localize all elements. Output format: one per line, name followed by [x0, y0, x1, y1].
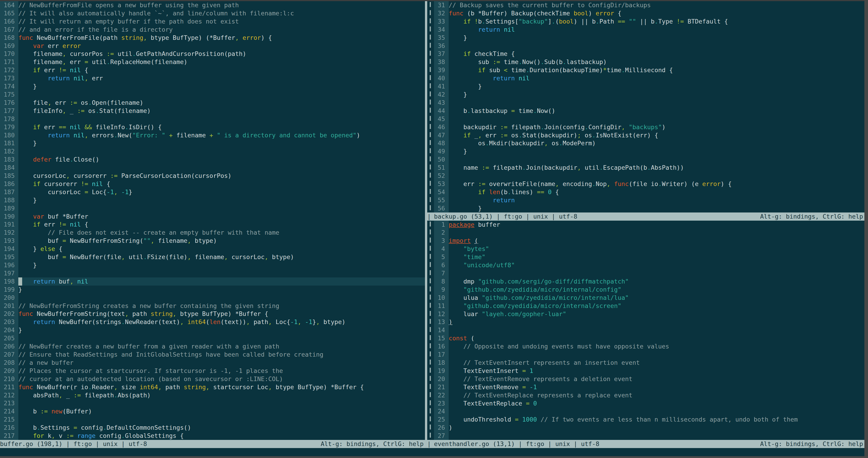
code-line[interactable]: 174 }	[0, 82, 425, 90]
code-line[interactable]: 45	[434, 115, 864, 123]
code-text[interactable]	[449, 155, 864, 164]
code-text[interactable]: }	[449, 90, 864, 99]
code-line[interactable]: 186 if cursorerr != nil {	[0, 180, 425, 188]
code-text[interactable]: }	[18, 326, 425, 334]
code-text[interactable]: buf = NewBuffer(file, util.FSize(file), …	[18, 253, 425, 261]
code-line[interactable]: 206 // NewBuffer creates a new buffer fr…	[0, 342, 425, 350]
code-line[interactable]: 214 b := new(Buffer)	[0, 407, 425, 416]
code-line[interactable]: 46 backupdir := filepath.Join(config.Con…	[434, 123, 864, 131]
code-line[interactable]: 53 err := overwriteFile(name, encoding.N…	[434, 180, 864, 188]
code-text[interactable]	[449, 269, 864, 278]
code-line[interactable]: 7	[434, 269, 864, 278]
code-line[interactable]: 166 // It will return an empty buffer if…	[0, 18, 425, 26]
code-line[interactable]: 42 }	[434, 90, 864, 99]
code-line[interactable]: 196 }	[0, 261, 425, 269]
code-line[interactable]: 204 }	[0, 326, 425, 334]
code-line[interactable]: 43	[434, 99, 864, 107]
code-text[interactable]: )	[449, 318, 864, 326]
editor-pane-eventhandler-go[interactable]: 1 package buffer 2 3 import ( 4 "bytes" …	[434, 221, 864, 440]
code-line[interactable]: 44 b.lastbackup = time.Now()	[434, 107, 864, 115]
code-text[interactable]: cursorLoc, cursorerr := ParseCursorLocat…	[18, 172, 425, 180]
code-line[interactable]: 197	[0, 269, 425, 278]
code-line[interactable]: 18 // TextEventInsert represents an inse…	[434, 359, 864, 367]
code-line[interactable]: 188 }	[0, 196, 425, 204]
code-text[interactable]: return nil	[449, 74, 864, 82]
code-line[interactable]: 189	[0, 204, 425, 212]
code-line[interactable]: 55 return	[434, 196, 864, 204]
code-line[interactable]: 178	[0, 115, 425, 123]
code-line[interactable]: 36	[434, 42, 864, 50]
code-text[interactable]	[18, 164, 425, 172]
code-text[interactable]: sub := time.Now().Sub(b.lastbackup)	[449, 58, 864, 66]
code-text[interactable]: // Places the cursor at startcursor. If …	[18, 367, 425, 375]
code-line[interactable]: 47 if _, err := os.Stat(backupdir); os.I…	[434, 131, 864, 139]
code-line[interactable]: 198 return buf, nil	[0, 278, 425, 286]
code-text[interactable]: }	[18, 196, 425, 204]
code-line[interactable]: 19 TextEventInsert = 1	[434, 367, 864, 375]
code-text[interactable]: func NewBuffer(r io.Reader, size int64, …	[18, 383, 425, 391]
code-line[interactable]: 31 // Backup saves the current buffer to…	[434, 1, 864, 9]
code-text[interactable]: )	[449, 424, 864, 432]
code-text[interactable]: }	[449, 82, 864, 90]
code-text[interactable]: const (	[449, 334, 864, 342]
code-text[interactable]	[18, 204, 425, 212]
code-text[interactable]: return nil, err	[18, 74, 425, 82]
code-text[interactable]: if sub < time.Duration(backupTime)*time.…	[449, 66, 864, 74]
code-line[interactable]: 217 for k, v := range config.GlobalSetti…	[0, 432, 425, 440]
code-line[interactable]: 27	[434, 432, 864, 440]
code-line[interactable]: 3 import (	[434, 237, 864, 245]
code-text[interactable]: filename, cursorPos := util.GetPathAndCu…	[18, 50, 425, 58]
code-text[interactable]: // File does not exist -- create an empt…	[18, 229, 425, 237]
code-line[interactable]: 48 os.Mkdir(backupdir, os.ModePerm)	[434, 139, 864, 147]
code-line[interactable]: 200	[0, 294, 425, 302]
code-line[interactable]: 1 package buffer	[434, 221, 864, 229]
code-line[interactable]: 202 func NewBufferFromString(text, path …	[0, 310, 425, 318]
code-text[interactable]: absPath, _ := filepath.Abs(path)	[18, 391, 425, 399]
code-text[interactable]: // cursor at an autodetected location (b…	[18, 375, 425, 383]
code-line[interactable]: 15 const (	[434, 334, 864, 342]
code-text[interactable]: // TextEventReplace represents a replace…	[449, 391, 864, 399]
code-line[interactable]: 40 return nil	[434, 74, 864, 82]
code-line[interactable]: 50	[434, 155, 864, 164]
code-text[interactable]: dmp "github.com/sergi/go-diff/diffmatchp…	[449, 278, 864, 286]
code-text[interactable]: // a new buffer	[18, 359, 425, 367]
code-text[interactable]: file, err := os.Open(filename)	[18, 99, 425, 107]
code-text[interactable]	[18, 416, 425, 424]
code-line[interactable]: 179 if err == nil && fileInfo.IsDir() {	[0, 123, 425, 131]
code-line[interactable]: 176 file, err := os.Open(filename)	[0, 99, 425, 107]
code-text[interactable]: fileInfo, _ := os.Stat(filename)	[18, 107, 425, 115]
code-line[interactable]: 211 func NewBuffer(r io.Reader, size int…	[0, 383, 425, 391]
code-line[interactable]: 23 TextEventReplace = 0	[434, 399, 864, 407]
code-text[interactable]: // TextEventRemove represents a deletion…	[449, 375, 864, 383]
code-text[interactable]: b := new(Buffer)	[18, 407, 425, 416]
code-text[interactable]: return buf, nil	[18, 278, 425, 286]
code-text[interactable]: "time"	[449, 253, 864, 261]
code-text[interactable]: return	[449, 196, 864, 204]
code-text[interactable]: name := filepath.Join(backupdir, util.Es…	[449, 164, 864, 172]
code-text[interactable]: // and an error if the file is a directo…	[18, 26, 425, 34]
code-text[interactable]: func (b *Buffer) Backup(checkTime bool) …	[449, 9, 864, 18]
code-text[interactable]: // Backup saves the current buffer to Co…	[449, 1, 864, 9]
code-text[interactable]	[449, 350, 864, 359]
code-text[interactable]	[449, 432, 864, 440]
code-line[interactable]: 35 }	[434, 34, 864, 42]
code-text[interactable]	[18, 399, 425, 407]
code-text[interactable]: package buffer	[449, 221, 864, 229]
code-line[interactable]: 187 cursorLoc = Loc{-1, -1}	[0, 188, 425, 196]
code-line[interactable]: 56 }	[434, 204, 864, 212]
code-line[interactable]: 2	[434, 229, 864, 237]
code-text[interactable]: // NewBufferFromString creates a new buf…	[18, 302, 425, 310]
code-line[interactable]: 52	[434, 172, 864, 180]
code-text[interactable]: defer file.Close()	[18, 155, 425, 164]
code-text[interactable]	[18, 90, 425, 99]
code-text[interactable]: }	[18, 82, 425, 90]
pane-scrollbar[interactable]	[425, 1, 427, 448]
code-text[interactable]	[449, 326, 864, 334]
code-text[interactable]: }	[18, 286, 425, 294]
code-line[interactable]: 172 if err != nil {	[0, 66, 425, 74]
code-line[interactable]: 213	[0, 399, 425, 407]
code-text[interactable]: }	[449, 204, 864, 212]
code-text[interactable]: var err error	[18, 42, 425, 50]
code-text[interactable]: filename, err = util.ReplaceHome(filenam…	[18, 58, 425, 66]
code-text[interactable]: return nil	[449, 26, 864, 34]
